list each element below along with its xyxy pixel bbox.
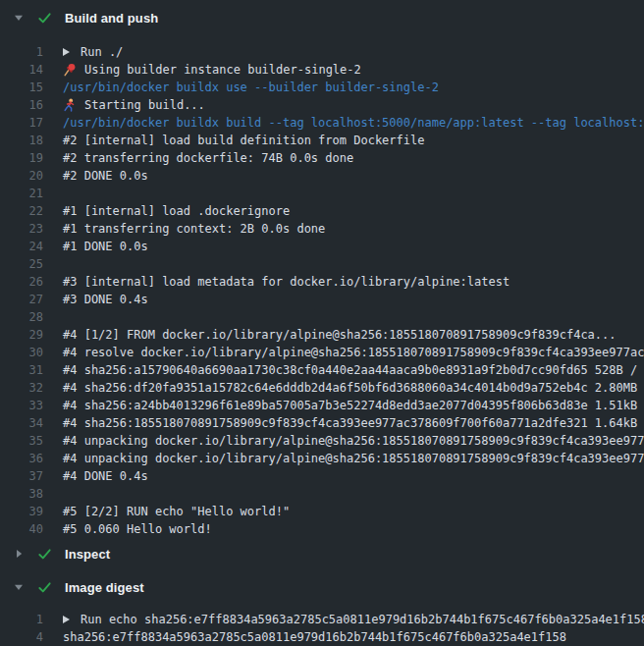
section-title: Build and push	[65, 11, 158, 26]
line-number[interactable]: 1	[0, 613, 43, 626]
log-line: 32#4 sha256:df20fa9351a15782c64e6dddb2d4…	[0, 379, 644, 397]
log-text: Using builder instance builder-single-2	[84, 63, 361, 77]
pushpin-icon	[63, 63, 77, 77]
line-content: #3 DONE 0.4s	[63, 293, 148, 306]
log-line: 19#2 transferring dockerfile: 74B 0.0s d…	[0, 149, 644, 167]
line-number[interactable]: 28	[0, 310, 43, 324]
log-block-build-and-push: 1Run ./14Using builder instance builder-…	[0, 35, 644, 538]
section-header-image-digest[interactable]: Image digest	[0, 569, 644, 605]
log-text: #2 [internal] load build definition from…	[63, 134, 424, 147]
line-number[interactable]: 36	[0, 452, 43, 465]
line-number[interactable]: 4	[0, 630, 43, 644]
success-check-icon	[37, 580, 52, 595]
log-text: #4 resolve docker.io/library/alpine@sha2…	[63, 346, 644, 359]
log-line: 36#4 unpacking docker.io/library/alpine@…	[0, 450, 644, 467]
log-text: #3 [internal] load metadata for docker.i…	[63, 275, 510, 289]
line-number[interactable]: 39	[0, 505, 43, 518]
log-text: #4 sha256:a24bb4013296f61e89ba57005a7b3e…	[63, 399, 644, 412]
log-text: #1 [internal] load .dockerignore	[63, 204, 290, 218]
chevron-right-icon[interactable]	[14, 549, 24, 559]
runner-icon	[63, 98, 77, 112]
log-text: Run ./	[80, 45, 123, 59]
line-content: #5 0.060 Hello world!	[63, 522, 212, 536]
line-content: Run ./	[63, 45, 123, 59]
log-line: 14Using builder instance builder-single-…	[0, 61, 644, 79]
line-number[interactable]: 35	[0, 434, 43, 448]
log-text: Starting build...	[84, 98, 205, 112]
log-line: 24#1 DONE 0.0s	[0, 238, 644, 255]
line-number[interactable]: 31	[0, 363, 43, 377]
line-number[interactable]: 26	[0, 275, 43, 289]
log-text: /usr/bin/docker buildx use --builder bui…	[63, 81, 439, 94]
log-text: /usr/bin/docker buildx build --tag local…	[63, 116, 644, 130]
log-line: 1Run ./	[0, 43, 644, 61]
line-number[interactable]: 40	[0, 522, 43, 536]
log-text: Run echo sha256:e7ff8834a5963a2785c5a081…	[80, 613, 644, 626]
workflow-log-viewer: Build and push1Run ./14Using builder ins…	[0, 0, 644, 646]
log-text: #4 unpacking docker.io/library/alpine@sh…	[63, 434, 644, 448]
line-content: #4 [1/2] FROM docker.io/library/alpine@s…	[63, 328, 617, 342]
line-number[interactable]: 19	[0, 151, 43, 165]
line-content: #1 transferring context: 2B 0.0s done	[63, 222, 325, 236]
chevron-down-icon[interactable]	[14, 13, 24, 23]
log-line: 16Starting build...	[0, 96, 644, 114]
line-content: sha256:e7ff8834a5963a2785c5a0811e979d16b…	[63, 630, 566, 644]
line-number[interactable]: 27	[0, 293, 43, 306]
line-content: #3 [internal] load metadata for docker.i…	[63, 275, 510, 289]
line-number[interactable]: 34	[0, 416, 43, 430]
chevron-down-icon[interactable]	[14, 582, 24, 592]
line-number[interactable]: 17	[0, 116, 43, 130]
log-line: 27#3 DONE 0.4s	[0, 291, 644, 308]
line-number[interactable]: 37	[0, 469, 43, 483]
log-line: 1Run echo sha256:e7ff8834a5963a2785c5a08…	[0, 611, 644, 628]
line-number[interactable]: 16	[0, 98, 43, 112]
log-text: #4 DONE 0.4s	[63, 469, 148, 483]
line-content: #4 sha256:185518070891758909c9f839cf4ca3…	[63, 416, 644, 430]
line-number[interactable]: 29	[0, 328, 43, 342]
log-line: 18#2 [internal] load build definition fr…	[0, 132, 644, 149]
line-number[interactable]: 30	[0, 346, 43, 359]
line-content: #4 unpacking docker.io/library/alpine@sh…	[63, 452, 644, 465]
run-arrow-icon[interactable]	[63, 616, 70, 623]
log-line: 37#4 DONE 0.4s	[0, 467, 644, 485]
line-number[interactable]: 1	[0, 45, 43, 59]
line-content: #4 DONE 0.4s	[63, 469, 148, 483]
line-content: #4 sha256:a15790640a6690aa1730c38cf0a440…	[63, 363, 644, 377]
line-number[interactable]: 21	[0, 187, 43, 200]
line-number[interactable]: 15	[0, 81, 43, 94]
line-number[interactable]: 24	[0, 240, 43, 253]
log-text: #2 DONE 0.0s	[63, 169, 148, 183]
line-content: /usr/bin/docker buildx build --tag local…	[63, 116, 644, 130]
log-text: #1 transferring context: 2B 0.0s done	[63, 222, 325, 236]
success-check-icon	[37, 547, 52, 562]
log-line: 38	[0, 485, 644, 503]
line-number[interactable]: 23	[0, 222, 43, 236]
line-content: #2 [internal] load build definition from…	[63, 134, 424, 147]
run-arrow-icon[interactable]	[63, 48, 70, 56]
line-content: #1 DONE 0.0s	[63, 240, 148, 253]
line-content: Starting build...	[63, 98, 205, 112]
log-line: 31#4 sha256:a15790640a6690aa1730c38cf0a4…	[0, 361, 644, 379]
line-number[interactable]: 20	[0, 169, 43, 183]
log-sections: Build and push1Run ./14Using builder ins…	[0, 0, 644, 646]
log-text: #5 0.060 Hello world!	[63, 522, 212, 536]
section-header-inspect[interactable]: Inspect	[0, 538, 644, 569]
section-header-build-and-push[interactable]: Build and push	[0, 0, 644, 35]
log-line: 39#5 [2/2] RUN echo "Hello world!"	[0, 503, 644, 520]
log-line: 4sha256:e7ff8834a5963a2785c5a0811e979d16…	[0, 628, 644, 646]
line-content: /usr/bin/docker buildx use --builder bui…	[63, 81, 439, 94]
log-text: #1 DONE 0.0s	[63, 240, 148, 253]
line-number[interactable]: 22	[0, 204, 43, 218]
line-number[interactable]: 33	[0, 399, 43, 412]
log-line: 25	[0, 255, 644, 273]
line-number[interactable]: 14	[0, 63, 43, 77]
line-content: #2 transferring dockerfile: 74B 0.0s don…	[63, 151, 353, 165]
line-content: #4 resolve docker.io/library/alpine@sha2…	[63, 346, 644, 359]
line-number[interactable]: 32	[0, 381, 43, 395]
line-number[interactable]: 25	[0, 257, 43, 271]
log-line: 20#2 DONE 0.0s	[0, 167, 644, 185]
line-number[interactable]: 38	[0, 487, 43, 501]
log-line: 26#3 [internal] load metadata for docker…	[0, 273, 644, 291]
line-number[interactable]: 18	[0, 134, 43, 147]
section-title: Inspect	[65, 547, 110, 562]
